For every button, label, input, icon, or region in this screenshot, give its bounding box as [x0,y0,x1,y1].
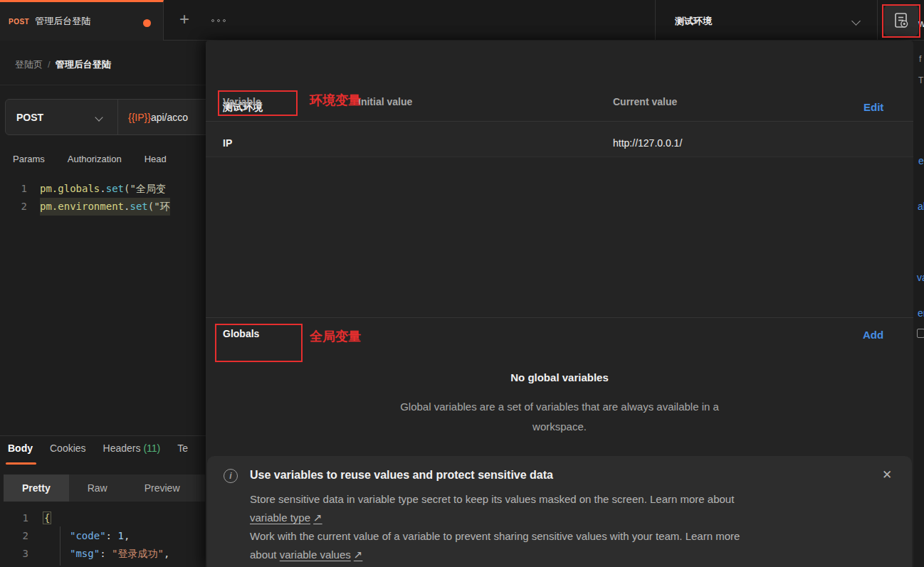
tab-body[interactable]: Body [8,443,33,454]
more-options-icon[interactable] [211,19,226,22]
variables-info-banner: i Use variables to reuse values and prot… [207,456,912,567]
line-number: 1 [0,180,40,198]
tab-cookies[interactable]: Cookies [50,443,86,454]
response-line: 1 { [0,509,205,527]
cut-off-link: va [917,272,924,283]
bracket-highlight: { [43,512,51,524]
variable-current-value: http://127.0.0.1/ [613,137,682,149]
variable-name: IP [223,137,232,149]
url-path: api/acco [151,112,188,123]
response-line: 2 "code": 1, [0,527,205,545]
response-tabs: Body Cookies Headers (11) Te [8,443,188,454]
url-variable: {{IP}} [128,112,151,123]
cut-off-text: w [918,18,924,29]
tab-response-headers[interactable]: Headers (11) [103,443,161,454]
external-link-icon: ↗ [354,546,363,564]
line-number: 1 [0,509,43,527]
divider [877,0,878,41]
add-global-variable-link[interactable]: Add [863,329,883,341]
cut-off-link: al [918,201,924,212]
method-label: POST [16,112,43,123]
column-header-variable: Variable [223,96,261,107]
column-header-current-value: Current value [613,96,677,107]
tab-test-results[interactable]: Te [177,443,188,454]
environment-quick-look-panel: 测试环境 Edit Variable Initial value Current… [206,41,913,567]
cut-off-text: f [919,54,921,64]
method-selector[interactable]: POST [6,100,118,134]
breadcrumb-collection[interactable]: 登陆页 [15,59,43,70]
tab-title: 管理后台登陆 [35,15,90,28]
banner-title: Use variables to reuse values and protec… [250,469,553,482]
tab-authorization[interactable]: Authorization [68,154,122,164]
url-input[interactable]: {{IP}}api/acco [118,112,188,123]
view-pretty[interactable]: Pretty [4,475,69,502]
info-icon: i [224,469,238,483]
line-number: 2 [0,198,40,216]
variable-values-link[interactable]: variable values [280,549,351,561]
cut-off-link: e [918,155,924,166]
environment-quick-look-icon [892,11,910,30]
line-number: 2 [0,527,43,545]
request-tabs: Params Authorization Head [13,154,167,164]
response-body-viewer[interactable]: 1 { 2 "code": 1, 3 "msg": "登录成功", [0,509,205,563]
active-tab-indicator [6,462,36,465]
tab-params[interactable]: Params [13,154,45,164]
edit-environment-link[interactable]: Edit [863,101,883,113]
divider [655,0,656,41]
indent-guide [60,526,61,566]
column-header-initial-value: Initial value [358,96,412,107]
cut-off-text: T [918,75,923,85]
right-edge-background [913,41,924,567]
new-tab-button[interactable]: + [175,10,194,28]
headers-count-badge: (11) [143,443,160,454]
divider [206,317,913,318]
no-globals-title: No global variables [206,371,913,383]
line-number: 3 [0,545,43,563]
cut-off-icon [917,329,924,338]
tab-method-label: POST [9,18,29,26]
chevron-down-icon [95,113,103,121]
breadcrumb-request-name: 管理后台登陆 [56,59,111,70]
annotation-global-variables: 全局变量 [310,328,361,345]
no-globals-description: Global variables are a set of variables … [206,397,913,437]
environment-quick-look-button[interactable] [884,5,918,36]
annotation-environment-variables: 环境变量 [310,92,361,109]
tab-headers[interactable]: Head [145,154,167,164]
environment-selector[interactable]: 测试环境 [675,15,712,28]
view-preview[interactable]: Preview [126,475,199,502]
top-bar: POST 管理后台登陆 + 测试环境 [0,0,924,41]
response-view-switcher: Pretty Raw Preview [4,475,205,502]
view-raw[interactable]: Raw [69,475,126,502]
globals-title: Globals [223,328,259,339]
pre-request-script-editor[interactable]: 1 pm.globals.set("全局变 2 pm.environment.s… [0,180,205,216]
script-line: 1 pm.globals.set("全局变 [0,180,205,198]
close-icon[interactable]: ✕ [882,467,892,482]
request-tab[interactable]: POST 管理后台登陆 [0,0,164,41]
script-line: 2 pm.environment.set("环 [0,198,205,216]
chevron-down-icon [851,16,861,26]
unsaved-dot-icon [143,19,151,27]
cut-off-link: er [918,307,924,319]
breadcrumb-separator: / [48,59,51,70]
response-line: 3 "msg": "登录成功", [0,545,205,563]
breadcrumb: 登陆页/管理后台登陆 [15,58,111,71]
banner-body: Store sensitive data in variable type se… [250,490,841,564]
variable-row: IP http://127.0.0.1/ [206,122,913,157]
external-link-icon: ↗ [313,509,322,527]
variable-type-link[interactable]: variable type [250,512,310,524]
